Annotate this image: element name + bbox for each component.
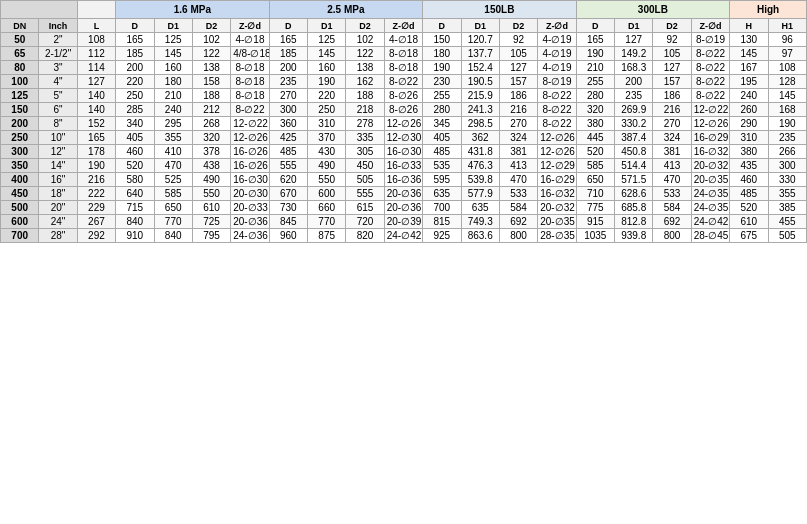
cell-10-20: 330	[768, 173, 807, 187]
cell-5-14: 8-∅22	[538, 103, 576, 117]
cell-12-12: 635	[461, 201, 499, 215]
cell-5-16: 269.9	[615, 103, 653, 117]
cell-5-15: 320	[576, 103, 614, 117]
cell-13-16: 812.8	[615, 215, 653, 229]
cell-9-4: 470	[154, 159, 192, 173]
cell-13-7: 845	[269, 215, 307, 229]
cell-10-1: 16"	[39, 173, 77, 187]
table-row: 50020"22971565061020-∅3373066061520-∅367…	[1, 201, 807, 215]
subheader-5: D2	[192, 19, 230, 33]
group-header-150LB: 150LB	[423, 1, 577, 19]
cell-7-15: 445	[576, 131, 614, 145]
cell-9-9: 450	[346, 159, 384, 173]
cell-8-6: 16-∅26	[231, 145, 269, 159]
cell-11-7: 670	[269, 187, 307, 201]
cell-14-0: 700	[1, 229, 39, 243]
cell-3-18: 8-∅22	[691, 75, 729, 89]
cell-13-0: 600	[1, 215, 39, 229]
cell-7-8: 370	[308, 131, 346, 145]
cell-14-3: 910	[116, 229, 154, 243]
cell-3-4: 180	[154, 75, 192, 89]
cell-4-20: 145	[768, 89, 807, 103]
cell-2-19: 167	[730, 61, 768, 75]
cell-9-16: 514.4	[615, 159, 653, 173]
cell-4-12: 215.9	[461, 89, 499, 103]
cell-14-5: 795	[192, 229, 230, 243]
cell-12-8: 660	[308, 201, 346, 215]
cell-11-14: 16-∅32	[538, 187, 576, 201]
cell-5-4: 240	[154, 103, 192, 117]
cell-9-3: 520	[116, 159, 154, 173]
subheader-12: D1	[461, 19, 499, 33]
cell-12-7: 730	[269, 201, 307, 215]
cell-7-11: 405	[423, 131, 461, 145]
cell-0-15: 165	[576, 33, 614, 47]
cell-7-13: 324	[499, 131, 537, 145]
cell-8-8: 430	[308, 145, 346, 159]
cell-4-9: 188	[346, 89, 384, 103]
cell-9-8: 490	[308, 159, 346, 173]
cell-5-7: 300	[269, 103, 307, 117]
subheader-3: D	[116, 19, 154, 33]
cell-0-6: 4-∅18	[231, 33, 269, 47]
cell-3-13: 157	[499, 75, 537, 89]
cell-8-17: 381	[653, 145, 691, 159]
table-row: 1004"1272201801588-∅182351901628-∅222301…	[1, 75, 807, 89]
cell-8-2: 178	[77, 145, 115, 159]
cell-2-9: 138	[346, 61, 384, 75]
cell-6-9: 278	[346, 117, 384, 131]
cell-2-2: 114	[77, 61, 115, 75]
cell-13-20: 455	[768, 215, 807, 229]
cell-13-15: 915	[576, 215, 614, 229]
cell-4-16: 235	[615, 89, 653, 103]
cell-3-16: 200	[615, 75, 653, 89]
cell-2-15: 210	[576, 61, 614, 75]
cell-7-2: 165	[77, 131, 115, 145]
cell-8-16: 450.8	[615, 145, 653, 159]
cell-9-0: 350	[1, 159, 39, 173]
cell-0-3: 165	[116, 33, 154, 47]
cell-7-16: 387.4	[615, 131, 653, 145]
cell-14-6: 24-∅36	[231, 229, 269, 243]
cell-13-6: 20-∅36	[231, 215, 269, 229]
cell-5-6: 8-∅22	[231, 103, 269, 117]
cell-4-0: 125	[1, 89, 39, 103]
cell-11-5: 550	[192, 187, 230, 201]
cell-7-7: 425	[269, 131, 307, 145]
cell-3-10: 8-∅22	[384, 75, 422, 89]
cell-10-0: 400	[1, 173, 39, 187]
cell-3-0: 100	[1, 75, 39, 89]
cell-14-4: 840	[154, 229, 192, 243]
cell-10-5: 490	[192, 173, 230, 187]
cell-0-9: 102	[346, 33, 384, 47]
cell-11-10: 20-∅36	[384, 187, 422, 201]
table-row: 70028"29291084079524-∅3696087582024-∅429…	[1, 229, 807, 243]
cell-7-10: 12-∅30	[384, 131, 422, 145]
cell-10-16: 571.5	[615, 173, 653, 187]
cell-0-18: 8-∅19	[691, 33, 729, 47]
cell-10-7: 620	[269, 173, 307, 187]
cell-5-19: 260	[730, 103, 768, 117]
cell-9-13: 413	[499, 159, 537, 173]
cell-11-13: 533	[499, 187, 537, 201]
cell-8-1: 12"	[39, 145, 77, 159]
subheader-11: D	[423, 19, 461, 33]
cell-10-6: 16-∅30	[231, 173, 269, 187]
cell-3-15: 255	[576, 75, 614, 89]
cell-13-9: 720	[346, 215, 384, 229]
cell-8-3: 460	[116, 145, 154, 159]
cell-6-4: 295	[154, 117, 192, 131]
cell-1-20: 97	[768, 47, 807, 61]
cell-7-19: 310	[730, 131, 768, 145]
cell-11-20: 355	[768, 187, 807, 201]
cell-2-0: 80	[1, 61, 39, 75]
cell-5-5: 212	[192, 103, 230, 117]
cell-2-14: 4-∅19	[538, 61, 576, 75]
cell-3-14: 8-∅19	[538, 75, 576, 89]
subheader-1: Inch	[39, 19, 77, 33]
cell-4-2: 140	[77, 89, 115, 103]
cell-1-16: 149.2	[615, 47, 653, 61]
cell-9-17: 413	[653, 159, 691, 173]
cell-13-4: 770	[154, 215, 192, 229]
table-row: 25010"16540535532012-∅2642537033512-∅304…	[1, 131, 807, 145]
